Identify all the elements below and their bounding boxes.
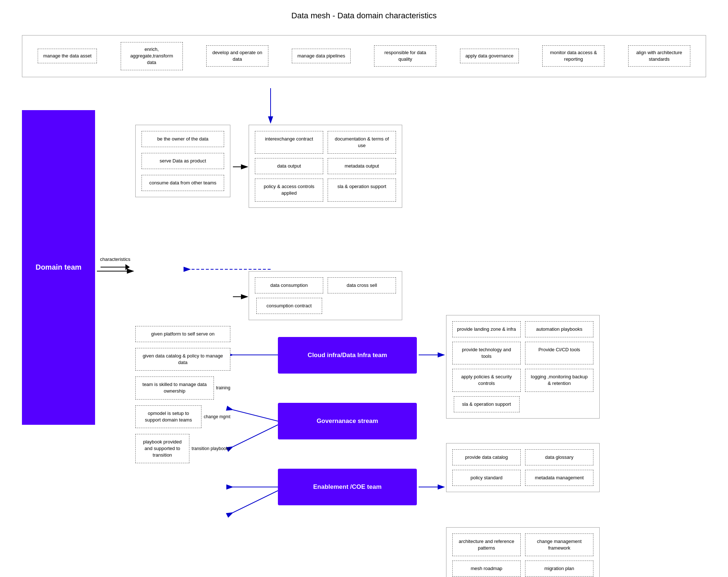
arp-item-0: architecture and reference patterns [452,533,521,556]
cloud-right-panel: provide landing zone & infra automation … [446,315,600,419]
characteristics-text: characteristics [100,256,130,262]
data-product-box: interexchange contract documentation & t… [249,125,402,208]
domain-chars-box: be the owner of the data serve Data as p… [135,125,230,198]
crp-item-0: provide landing zone & infra [452,321,521,337]
left-item-1: given data catalog & policy to manage da… [135,348,230,371]
page-title: Data mesh - Data domain characteristics [0,0,728,28]
left-item-4-row: playbook provided and supported to trans… [135,434,230,464]
responsibilities-bar: manage the data asset enrich, aggregate,… [22,35,706,77]
characteristics-label-area: characteristics [97,256,133,271]
left-item-4-label: transition playbooks [192,446,230,451]
cons-item-2: consumption contract [256,298,322,314]
cloud-infra-label: Cloud infra/Data Infra team [308,352,387,359]
consumption-box: data consumption data cross sell consump… [249,271,402,320]
resp-item-7: align with architecture standards [628,45,690,67]
arch-right-panel: architecture and reference patterns chan… [446,527,600,577]
cloud-infra-block: Cloud infra/Data Infra team [278,337,417,374]
arp-item-2: mesh roadmap [452,561,521,577]
domain-team-label: Domain team [35,263,82,271]
cons-item-1: data cross sell [328,277,396,293]
left-items-area: given platform to self serve on given da… [135,326,230,464]
char-item-2: consume data from other teams [142,175,224,191]
left-item-4: playbook provided and supported to trans… [135,434,189,464]
char-item-1: serve Data as product [142,153,224,169]
left-item-2-label: training [216,385,230,390]
erp-item-0: provide data catalog [452,449,521,465]
characteristics-arrow [101,263,130,271]
svg-line-12 [233,425,278,447]
resp-item-4: responsible for data quality [374,45,436,67]
resp-item-6: monitor data access & reporting [542,45,604,67]
crp-item-3: Provide CI/CD tools [525,342,593,364]
governance-block: Governanace stream [278,403,417,439]
svg-line-11 [233,410,278,421]
cons-item-0: data consumption [255,277,323,293]
resp-item-2: develop and operate on data [206,45,268,67]
domain-team-block: Domain team [22,110,95,425]
left-item-3: opmodel is setup to support domain teams [135,405,201,428]
char-item-0: be the owner of the data [142,131,224,147]
diagram-area: Domain team characteristics be the owner… [22,88,706,577]
dp-item-4: policy & access controls applied [255,179,323,201]
dp-item-0: interexchange contract [255,131,323,154]
svg-line-14 [233,491,278,513]
resp-item-3: manage data pipelines [292,49,351,63]
left-item-2: team is skilled to manage data ownership [135,376,214,399]
left-item-3-label: change mgmt [204,414,230,419]
erp-item-2: policy standard [452,470,521,486]
crp-item-2: provide technology and tools [452,342,521,364]
crp-item-6: sla & operation support [454,396,520,412]
arp-item-3: migration plan [525,561,593,577]
dp-item-3: metadata output [328,158,396,174]
left-item-2-row: team is skilled to manage data ownership… [135,376,230,399]
crp-item-4: apply policies & security controls [452,369,521,391]
crp-item-1: automation playbooks [525,321,593,337]
dp-item-1: documentation & terms of use [328,131,396,154]
dp-item-5: sla & operation support [328,179,396,201]
arp-item-1: change management framework [525,533,593,556]
resp-item-0: manage the data asset [38,49,97,63]
enablement-right-panel: provide data catalog data glossary polic… [446,443,600,492]
erp-item-3: metadata management [525,470,593,486]
left-item-3-row: opmodel is setup to support domain teams… [135,405,230,428]
enablement-block: Enablement /COE team [278,469,417,505]
resp-item-1: enrich, aggregate,transform data [121,42,183,70]
crp-item-5: logging ,monitoring backup & retention [525,369,593,391]
governance-label: Governanace stream [317,417,378,425]
dp-item-2: data output [255,158,323,174]
resp-item-5: apply data governance [460,49,519,63]
erp-item-1: data glossary [525,449,593,465]
left-item-0: given platform to self serve on [135,326,230,342]
enablement-label: Enablement /COE team [313,483,381,491]
